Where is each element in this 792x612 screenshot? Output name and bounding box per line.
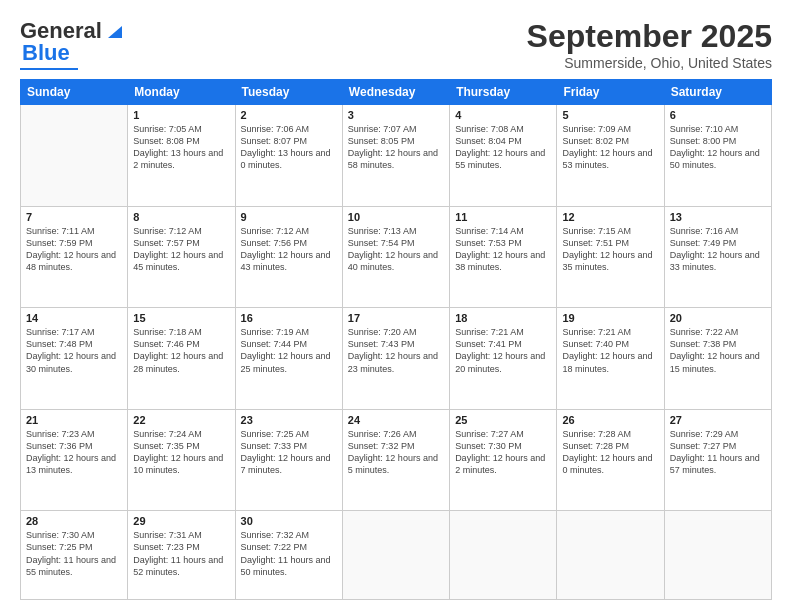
day-number: 17 (348, 312, 444, 324)
day-number: 16 (241, 312, 337, 324)
cell-info: Sunrise: 7:27 AMSunset: 7:30 PMDaylight:… (455, 428, 551, 477)
table-row: 10Sunrise: 7:13 AMSunset: 7:54 PMDayligh… (342, 206, 449, 308)
day-number: 22 (133, 414, 229, 426)
cell-info: Sunrise: 7:15 AMSunset: 7:51 PMDaylight:… (562, 225, 658, 274)
cell-info: Sunrise: 7:16 AMSunset: 7:49 PMDaylight:… (670, 225, 766, 274)
cell-info: Sunrise: 7:12 AMSunset: 7:56 PMDaylight:… (241, 225, 337, 274)
table-row: 30Sunrise: 7:32 AMSunset: 7:22 PMDayligh… (235, 511, 342, 600)
day-number: 6 (670, 109, 766, 121)
logo-underline (20, 68, 78, 70)
day-number: 9 (241, 211, 337, 223)
header: General Blue September 2025 Summerside, … (20, 18, 772, 71)
table-row: 14Sunrise: 7:17 AMSunset: 7:48 PMDayligh… (21, 308, 128, 410)
day-number: 20 (670, 312, 766, 324)
cell-info: Sunrise: 7:28 AMSunset: 7:28 PMDaylight:… (562, 428, 658, 477)
col-thursday: Thursday (450, 80, 557, 105)
day-number: 24 (348, 414, 444, 426)
cell-info: Sunrise: 7:09 AMSunset: 8:02 PMDaylight:… (562, 123, 658, 172)
table-row: 7Sunrise: 7:11 AMSunset: 7:59 PMDaylight… (21, 206, 128, 308)
cell-info: Sunrise: 7:23 AMSunset: 7:36 PMDaylight:… (26, 428, 122, 477)
cell-info: Sunrise: 7:17 AMSunset: 7:48 PMDaylight:… (26, 326, 122, 375)
day-number: 29 (133, 515, 229, 527)
day-number: 1 (133, 109, 229, 121)
day-number: 11 (455, 211, 551, 223)
table-row (664, 511, 771, 600)
cell-info: Sunrise: 7:32 AMSunset: 7:22 PMDaylight:… (241, 529, 337, 578)
cell-info: Sunrise: 7:26 AMSunset: 7:32 PMDaylight:… (348, 428, 444, 477)
table-row: 22Sunrise: 7:24 AMSunset: 7:35 PMDayligh… (128, 409, 235, 511)
table-row (21, 105, 128, 207)
day-number: 26 (562, 414, 658, 426)
table-row: 25Sunrise: 7:27 AMSunset: 7:30 PMDayligh… (450, 409, 557, 511)
page: General Blue September 2025 Summerside, … (0, 0, 792, 612)
table-row (557, 511, 664, 600)
table-row: 20Sunrise: 7:22 AMSunset: 7:38 PMDayligh… (664, 308, 771, 410)
table-row: 17Sunrise: 7:20 AMSunset: 7:43 PMDayligh… (342, 308, 449, 410)
table-row: 11Sunrise: 7:14 AMSunset: 7:53 PMDayligh… (450, 206, 557, 308)
day-number: 21 (26, 414, 122, 426)
day-number: 14 (26, 312, 122, 324)
cell-info: Sunrise: 7:22 AMSunset: 7:38 PMDaylight:… (670, 326, 766, 375)
table-row: 19Sunrise: 7:21 AMSunset: 7:40 PMDayligh… (557, 308, 664, 410)
table-row: 24Sunrise: 7:26 AMSunset: 7:32 PMDayligh… (342, 409, 449, 511)
day-number: 27 (670, 414, 766, 426)
cell-info: Sunrise: 7:07 AMSunset: 8:05 PMDaylight:… (348, 123, 444, 172)
cell-info: Sunrise: 7:13 AMSunset: 7:54 PMDaylight:… (348, 225, 444, 274)
day-number: 25 (455, 414, 551, 426)
day-number: 28 (26, 515, 122, 527)
logo-blue: Blue (22, 40, 70, 66)
cell-info: Sunrise: 7:29 AMSunset: 7:27 PMDaylight:… (670, 428, 766, 477)
calendar-table: Sunday Monday Tuesday Wednesday Thursday… (20, 79, 772, 600)
col-wednesday: Wednesday (342, 80, 449, 105)
logo: General Blue (20, 18, 126, 70)
table-row: 13Sunrise: 7:16 AMSunset: 7:49 PMDayligh… (664, 206, 771, 308)
day-number: 8 (133, 211, 229, 223)
calendar-header-row: Sunday Monday Tuesday Wednesday Thursday… (21, 80, 772, 105)
table-row: 18Sunrise: 7:21 AMSunset: 7:41 PMDayligh… (450, 308, 557, 410)
cell-info: Sunrise: 7:21 AMSunset: 7:41 PMDaylight:… (455, 326, 551, 375)
day-number: 10 (348, 211, 444, 223)
table-row: 16Sunrise: 7:19 AMSunset: 7:44 PMDayligh… (235, 308, 342, 410)
cell-info: Sunrise: 7:20 AMSunset: 7:43 PMDaylight:… (348, 326, 444, 375)
svg-marker-0 (108, 26, 122, 38)
cell-info: Sunrise: 7:12 AMSunset: 7:57 PMDaylight:… (133, 225, 229, 274)
table-row: 21Sunrise: 7:23 AMSunset: 7:36 PMDayligh… (21, 409, 128, 511)
table-row: 15Sunrise: 7:18 AMSunset: 7:46 PMDayligh… (128, 308, 235, 410)
cell-info: Sunrise: 7:24 AMSunset: 7:35 PMDaylight:… (133, 428, 229, 477)
table-row: 6Sunrise: 7:10 AMSunset: 8:00 PMDaylight… (664, 105, 771, 207)
table-row: 29Sunrise: 7:31 AMSunset: 7:23 PMDayligh… (128, 511, 235, 600)
day-number: 4 (455, 109, 551, 121)
cell-info: Sunrise: 7:21 AMSunset: 7:40 PMDaylight:… (562, 326, 658, 375)
day-number: 18 (455, 312, 551, 324)
table-row: 3Sunrise: 7:07 AMSunset: 8:05 PMDaylight… (342, 105, 449, 207)
table-row: 5Sunrise: 7:09 AMSunset: 8:02 PMDaylight… (557, 105, 664, 207)
logo-icon (104, 20, 126, 42)
day-number: 5 (562, 109, 658, 121)
cell-info: Sunrise: 7:31 AMSunset: 7:23 PMDaylight:… (133, 529, 229, 578)
table-row: 9Sunrise: 7:12 AMSunset: 7:56 PMDaylight… (235, 206, 342, 308)
cell-info: Sunrise: 7:08 AMSunset: 8:04 PMDaylight:… (455, 123, 551, 172)
title-area: September 2025 Summerside, Ohio, United … (527, 18, 772, 71)
day-number: 3 (348, 109, 444, 121)
table-row: 8Sunrise: 7:12 AMSunset: 7:57 PMDaylight… (128, 206, 235, 308)
table-row: 27Sunrise: 7:29 AMSunset: 7:27 PMDayligh… (664, 409, 771, 511)
col-monday: Monday (128, 80, 235, 105)
table-row: 1Sunrise: 7:05 AMSunset: 8:08 PMDaylight… (128, 105, 235, 207)
day-number: 13 (670, 211, 766, 223)
table-row: 26Sunrise: 7:28 AMSunset: 7:28 PMDayligh… (557, 409, 664, 511)
month-title: September 2025 (527, 18, 772, 55)
table-row: 23Sunrise: 7:25 AMSunset: 7:33 PMDayligh… (235, 409, 342, 511)
cell-info: Sunrise: 7:19 AMSunset: 7:44 PMDaylight:… (241, 326, 337, 375)
cell-info: Sunrise: 7:06 AMSunset: 8:07 PMDaylight:… (241, 123, 337, 172)
col-tuesday: Tuesday (235, 80, 342, 105)
table-row: 2Sunrise: 7:06 AMSunset: 8:07 PMDaylight… (235, 105, 342, 207)
col-friday: Friday (557, 80, 664, 105)
cell-info: Sunrise: 7:10 AMSunset: 8:00 PMDaylight:… (670, 123, 766, 172)
cell-info: Sunrise: 7:11 AMSunset: 7:59 PMDaylight:… (26, 225, 122, 274)
day-number: 12 (562, 211, 658, 223)
cell-info: Sunrise: 7:30 AMSunset: 7:25 PMDaylight:… (26, 529, 122, 578)
day-number: 15 (133, 312, 229, 324)
cell-info: Sunrise: 7:05 AMSunset: 8:08 PMDaylight:… (133, 123, 229, 172)
day-number: 19 (562, 312, 658, 324)
day-number: 23 (241, 414, 337, 426)
